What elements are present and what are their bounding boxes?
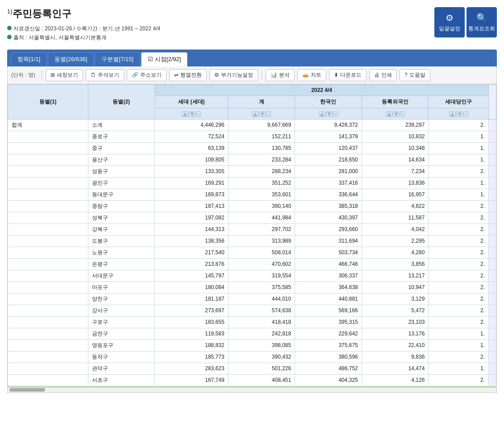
cell-foreign: 14,474 bbox=[362, 363, 429, 374]
scroll-col bbox=[489, 374, 496, 386]
cell-gye: 408,451 bbox=[228, 374, 295, 386]
cell-dong1 bbox=[8, 131, 88, 142]
table-row: 마포구180,084375,585364,63810,9472. bbox=[8, 281, 496, 293]
table-row: 중랑구187,413390,140385,3184,8222. bbox=[8, 200, 496, 212]
toolbar-divider-0 bbox=[42, 70, 42, 79]
sort-gye-asc[interactable]: △ bbox=[252, 112, 258, 117]
stats-view-button[interactable]: 🔍 통계표조회 bbox=[467, 7, 497, 37]
sort-foreign-remove[interactable]: - bbox=[400, 112, 405, 117]
cell-foreign: 2,295 bbox=[362, 235, 429, 247]
scroll-col bbox=[489, 270, 496, 281]
sort-gye-desc[interactable]: ▽ bbox=[259, 112, 266, 117]
cell-korean: 306,337 bbox=[295, 270, 362, 281]
sort-korean-remove[interactable]: - bbox=[333, 112, 338, 117]
unit-label: (단위 : 명) bbox=[11, 71, 35, 79]
tab-dong[interactable]: 동별[26/636] bbox=[48, 52, 94, 66]
scroll-col bbox=[489, 339, 496, 351]
cell-dong1: 합계 bbox=[8, 119, 88, 131]
sort-per-sedae[interactable]: △ ▽ - bbox=[429, 108, 489, 119]
cell-sedae: 217,540 bbox=[155, 247, 229, 258]
cell-sedae: 187,413 bbox=[155, 200, 229, 212]
sort-korean-asc[interactable]: △ bbox=[319, 112, 325, 117]
cell-foreign: 11,587 bbox=[362, 212, 429, 223]
row-col-swap-button[interactable]: ⇌ 행열전환 bbox=[169, 69, 207, 81]
link-view-label: 주소보기 bbox=[140, 71, 162, 79]
table-row: 성북구197,082441,984430,39711,5872. bbox=[8, 212, 496, 223]
cell-gye: 351,252 bbox=[228, 177, 295, 189]
cell-korean: 503,734 bbox=[295, 247, 362, 258]
cell-sedae: 109,805 bbox=[155, 154, 229, 165]
cell-dong2: 도봉구 bbox=[88, 235, 155, 247]
cell-dong1 bbox=[8, 165, 88, 177]
cell-gye: 390,140 bbox=[228, 200, 295, 212]
cell-dong2: 은평구 bbox=[88, 258, 155, 270]
bulk-settings-button[interactable]: ⚙ 일괄설정 bbox=[434, 7, 465, 37]
cell-foreign: 13,176 bbox=[362, 328, 429, 339]
sort-foreign-desc[interactable]: ▽ bbox=[393, 112, 400, 117]
cell-korean: 385,318 bbox=[295, 200, 362, 212]
sort-sedae-asc[interactable]: △ bbox=[182, 112, 188, 117]
cell-korean: 440,881 bbox=[295, 293, 362, 305]
cell-foreign: 10,832 bbox=[362, 131, 429, 142]
sort-per-sedae-remove[interactable]: - bbox=[463, 112, 468, 117]
sort-sedae-remove[interactable]: - bbox=[196, 112, 201, 117]
scroll-col bbox=[489, 212, 496, 223]
cell-dong2: 서대문구 bbox=[88, 270, 155, 281]
cell-dong1 bbox=[8, 247, 88, 258]
link-view-button[interactable]: 🔗 주소보기 bbox=[127, 69, 167, 81]
extra-settings-label: 부가기능설정 bbox=[221, 71, 253, 79]
sort-sedae-desc[interactable]: ▽ bbox=[189, 112, 196, 117]
print-button[interactable]: 🖨 인쇄 bbox=[369, 69, 397, 81]
cell-sedae: 183,655 bbox=[155, 316, 229, 328]
cell-per-sedae: 1. bbox=[429, 131, 489, 142]
scroll-thumb[interactable] bbox=[9, 388, 45, 392]
tab-sijeom[interactable]: ☑ 시점[2/92] bbox=[141, 52, 188, 66]
scroll-col bbox=[489, 247, 496, 258]
cell-foreign: 9,836 bbox=[362, 351, 429, 363]
cell-foreign: 239,297 bbox=[362, 119, 429, 131]
chart-label: 차트 bbox=[311, 71, 321, 79]
sort-gye[interactable]: △ ▽ - bbox=[228, 108, 295, 119]
cell-sedae: 283,623 bbox=[155, 363, 229, 374]
cell-per-sedae: 2. bbox=[429, 212, 489, 223]
analysis-button[interactable]: 📊 분석 bbox=[266, 69, 295, 81]
cell-dong2: 용산구 bbox=[88, 154, 155, 165]
sort-foreign[interactable]: △ ▽ - bbox=[362, 108, 429, 119]
cell-korean: 466,746 bbox=[295, 258, 362, 270]
chart-icon: 🥧 bbox=[302, 72, 309, 78]
data-table-area[interactable]: 동별(1) 동별(2) 2022 4/4 세대 (세대) 계 한국인 등록외국인… bbox=[7, 84, 497, 388]
data-table: 동별(1) 동별(2) 2022 4/4 세대 (세대) 계 한국인 등록외국인… bbox=[8, 84, 496, 388]
title-superscript: 1) bbox=[7, 8, 12, 15]
extra-settings-button[interactable]: ⚙ 부가기능설정 bbox=[209, 69, 258, 81]
cell-per-sedae: 1. bbox=[429, 328, 489, 339]
table-row: 중구63,139130,785120,43710,3481. bbox=[8, 142, 496, 154]
download-icon: ⬇ bbox=[334, 72, 338, 78]
tab-gubun[interactable]: 구분별[7/15] bbox=[95, 52, 140, 66]
chart-button[interactable]: 🥧 차트 bbox=[297, 69, 326, 81]
new-window-button[interactable]: ⊞ 새창보기 bbox=[46, 69, 83, 81]
col-dong1-header: 동별(1) bbox=[8, 84, 88, 119]
horizontal-scrollbar[interactable] bbox=[7, 388, 497, 393]
cell-korean: 141,379 bbox=[295, 131, 362, 142]
cell-sedae: 133,305 bbox=[155, 165, 229, 177]
download-button[interactable]: ⬇ 다운로드 bbox=[329, 69, 367, 81]
sort-per-sedae-desc[interactable]: ▽ bbox=[456, 112, 463, 117]
sort-gye-remove[interactable]: - bbox=[266, 112, 271, 117]
sort-per-sedae-asc[interactable]: △ bbox=[449, 112, 456, 117]
scroll-col bbox=[489, 223, 496, 235]
tab-item[interactable]: 항목[1/1] bbox=[11, 52, 47, 66]
cell-per-sedae: 2. bbox=[429, 305, 489, 316]
cell-foreign: 5,472 bbox=[362, 305, 429, 316]
sort-sedae[interactable]: △ ▽ - bbox=[155, 108, 229, 119]
cell-sedae: 138,356 bbox=[155, 235, 229, 247]
help-button[interactable]: ? 도움말 bbox=[400, 69, 430, 81]
note-view-button[interactable]: 🗒 주석보기 bbox=[86, 69, 124, 81]
sort-foreign-asc[interactable]: △ bbox=[386, 112, 392, 117]
cell-dong2: 중랑구 bbox=[88, 200, 155, 212]
meta-info: 자료갱신일 : 2023-01-26 / 수록기간 : 분기,년 1991 ~ … bbox=[7, 24, 434, 42]
sort-korean-desc[interactable]: ▽ bbox=[326, 112, 333, 117]
sort-korean[interactable]: △ ▽ - bbox=[295, 108, 362, 119]
toolbar: (단위 : 명) ⊞ 새창보기 🗒 주석보기 🔗 주소보기 ⇌ 행열전환 ⚙ 부… bbox=[7, 66, 497, 84]
cell-per-sedae: 2. bbox=[429, 270, 489, 281]
print-icon: 🖨 bbox=[374, 72, 379, 78]
